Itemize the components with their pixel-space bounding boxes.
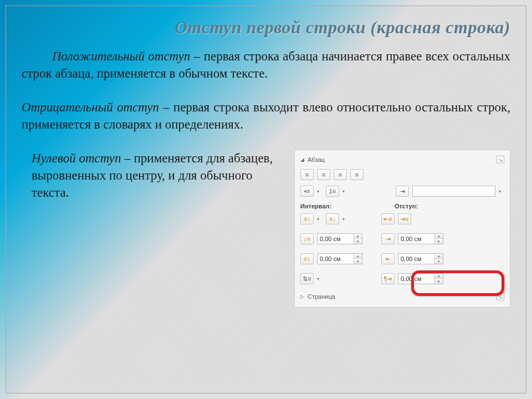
line-spacing-up-icon[interactable]: ≡↑: [300, 213, 314, 224]
dialog-launcher-icon[interactable]: ↘: [497, 156, 504, 163]
spin-down-icon[interactable]: ▾: [354, 239, 362, 244]
align-justify-icon[interactable]: ≡: [350, 169, 364, 180]
interval-column: ≡↑▾ ≡↓▾ ↕≡ 0,00 см ▴▾ ≡↕: [300, 211, 362, 287]
paragraph-positive: Положительный отступ – первая строка абз…: [22, 48, 510, 82]
bullets-icon[interactable]: •≡: [300, 186, 314, 197]
tab-icon[interactable]: ⇥: [396, 186, 409, 197]
slide-frame: Отступ первой строки (красная строка) По…: [6, 6, 526, 393]
dropdown-icon[interactable]: ▾: [317, 217, 323, 222]
space-before-icon[interactable]: ↕≡: [300, 233, 314, 244]
space-after-value: 0,00 см: [318, 255, 354, 262]
indent-left-field[interactable]: 0,00 см ▴▾: [398, 233, 443, 244]
term-zero: Нулевой отступ: [32, 151, 121, 165]
label-otstup: Отступ:: [395, 203, 418, 209]
line-spacing-down-icon[interactable]: ≡↓: [326, 213, 339, 224]
dropdown-icon[interactable]: ▾: [342, 189, 348, 194]
indent-left-icon[interactable]: ⇥: [381, 233, 395, 244]
spin-down-icon[interactable]: ▾: [435, 259, 443, 264]
align-center-icon[interactable]: ≡: [317, 169, 330, 180]
lower-columns: Нулевой отступ – применяется для абзацев…: [22, 150, 510, 308]
indent-right-value: 0,00 см: [398, 255, 434, 262]
align-row: ≡ ≡ ≡ ≡: [300, 166, 504, 183]
paragraph-zero-col: Нулевой отступ – применяется для абзацев…: [22, 150, 289, 212]
dropdown-icon[interactable]: ▾: [317, 189, 323, 194]
tab-value-field[interactable]: [412, 186, 495, 197]
slide-title: Отступ первой строки (красная строка): [22, 17, 510, 38]
increase-indent-icon[interactable]: ⇥≡: [398, 213, 411, 224]
dropdown-icon[interactable]: ▾: [499, 189, 504, 194]
space-before-value: 0,00 см: [318, 236, 354, 242]
list-row: •≡▾ 1≡▾ ⇥ ▾: [300, 183, 504, 200]
indent-right-icon[interactable]: ⇤: [381, 253, 395, 264]
panel-wrap: ◢ Абзац ↘ ≡ ≡ ≡ ≡ •≡▾ 1≡▾ ⇥ ▾: [294, 150, 510, 308]
expand-triangle-icon: ◢: [300, 157, 304, 162]
term-positive: Положительный отступ: [52, 49, 190, 63]
indent-left-value: 0,00 см: [398, 236, 434, 242]
spin-up-icon[interactable]: ▴: [354, 254, 362, 259]
space-after-icon[interactable]: ≡↕: [300, 253, 314, 264]
red-highlight-box: [411, 270, 504, 296]
align-left-icon[interactable]: ≡: [300, 169, 314, 180]
align-right-icon[interactable]: ≡: [334, 169, 347, 180]
label-interval: Интервал:: [300, 203, 395, 209]
spin-down-icon[interactable]: ▾: [435, 239, 443, 244]
term-negative: Отрицательный отступ: [22, 100, 159, 114]
spin-up-icon[interactable]: ▴: [435, 234, 443, 239]
section-header-abzats[interactable]: ◢ Абзац ↘: [300, 154, 504, 166]
paragraph-zero: Нулевой отступ – применяется для абзацев…: [22, 150, 289, 201]
space-after-field[interactable]: 0,00 см ▴▾: [317, 253, 362, 264]
first-line-indent-icon[interactable]: ¶⇥: [381, 273, 395, 284]
spin-down-icon[interactable]: ▾: [354, 259, 362, 264]
space-before-field[interactable]: 0,00 см ▴▾: [317, 233, 362, 244]
dropdown-icon[interactable]: ▾: [317, 277, 323, 282]
collapse-triangle-icon: ▷: [300, 294, 304, 299]
decrease-indent-icon[interactable]: ⇤≡: [381, 213, 395, 224]
indent-right-field[interactable]: 0,00 см ▴▾: [398, 253, 443, 264]
labels-row: Интервал: Отступ:: [300, 200, 504, 211]
line-spacing-icon[interactable]: ⇅≡: [300, 273, 314, 284]
numbering-icon[interactable]: 1≡: [326, 186, 339, 197]
dropdown-icon[interactable]: ▾: [342, 217, 348, 222]
paragraph-negative: Отрицательный отступ – первая строка вых…: [22, 99, 510, 133]
spin-up-icon[interactable]: ▴: [435, 254, 443, 259]
spin-up-icon[interactable]: ▴: [354, 234, 362, 239]
section-title-abzats: Абзац: [308, 156, 493, 163]
